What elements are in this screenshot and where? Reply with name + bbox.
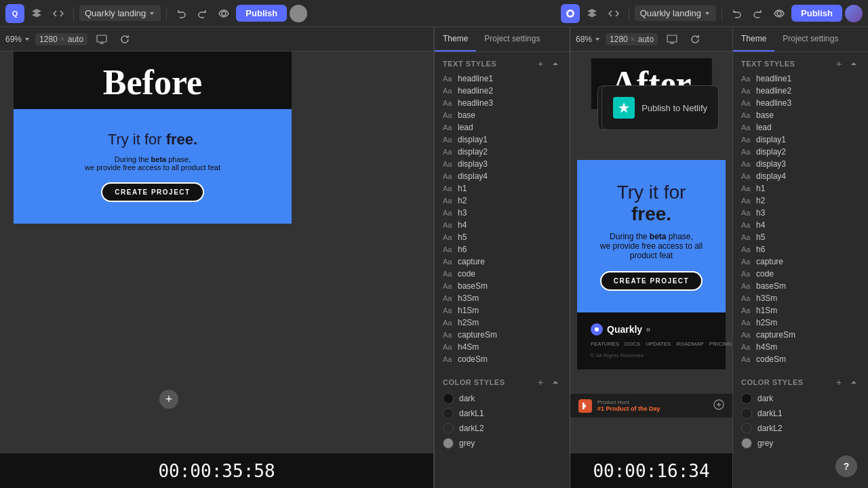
- style-h3-right[interactable]: Aah3: [733, 207, 868, 219]
- style-code-right[interactable]: Aacode: [733, 268, 868, 280]
- add-color-style-left[interactable]: +: [534, 376, 547, 388]
- style-h3Sm-left[interactable]: Aah3Sm: [435, 292, 570, 304]
- style-code-left[interactable]: Aacode: [435, 268, 570, 280]
- refresh-icon-right[interactable]: [686, 30, 704, 48]
- color-styles-title-left: COLOR STYLES: [443, 378, 505, 386]
- style-h1Sm-left[interactable]: Aah1Sm: [435, 304, 570, 317]
- device-icon-left[interactable]: [93, 30, 111, 48]
- refresh-icon-left[interactable]: [116, 30, 134, 48]
- after-cta-button[interactable]: CREATE PROJECT: [600, 271, 703, 291]
- color-darkL2-right[interactable]: darkL2: [733, 421, 868, 436]
- style-headline3-right[interactable]: Aaheadline3: [733, 97, 868, 109]
- add-text-style-left[interactable]: +: [534, 58, 547, 70]
- tab-settings-left[interactable]: Project settings: [476, 27, 548, 52]
- publish-button-right[interactable]: Publish: [791, 5, 842, 22]
- style-lead-right[interactable]: Aalead: [733, 121, 868, 134]
- color-grey-right[interactable]: grey: [733, 436, 868, 451]
- layers-icon[interactable]: [27, 4, 46, 23]
- style-h4Sm-left[interactable]: Aah4Sm: [435, 341, 570, 353]
- collapse-color-styles-right[interactable]: [848, 376, 860, 388]
- footer-nav: FEATURES DOCS UPDATES ROADMAP PRICING AG…: [591, 341, 712, 347]
- color-darkL1-left[interactable]: darkL1: [435, 406, 570, 421]
- collapse-text-styles-right[interactable]: [848, 58, 860, 70]
- style-headline2-left[interactable]: Aaheadline2: [435, 85, 570, 97]
- style-h2Sm-left[interactable]: Aah2Sm: [435, 317, 570, 329]
- style-base-left[interactable]: Aabase: [435, 109, 570, 121]
- color-dark-left[interactable]: dark: [435, 391, 570, 406]
- redo-button-right[interactable]: [748, 4, 767, 23]
- style-display2-right[interactable]: Aadisplay2: [733, 146, 868, 158]
- style-h5-right[interactable]: Aah5: [733, 231, 868, 243]
- logo-button-right[interactable]: [561, 4, 580, 23]
- style-h2-right[interactable]: Aah2: [733, 195, 868, 207]
- style-h1Sm-right[interactable]: Aah1Sm: [733, 304, 868, 317]
- help-button[interactable]: ?: [835, 455, 857, 477]
- footer-logo: Quarkly B: [591, 323, 712, 336]
- right-subtoolbar: 68% 1280 × auto: [570, 27, 732, 52]
- style-baseSm-left[interactable]: AabaseSm: [435, 280, 570, 292]
- style-headline3-left[interactable]: Aaheadline3: [435, 97, 570, 109]
- collapse-text-styles-left[interactable]: [549, 58, 561, 70]
- style-codeSm-right[interactable]: AacodeSm: [733, 353, 868, 365]
- style-h2Sm-right[interactable]: Aah2Sm: [733, 317, 868, 329]
- right-canvas-area: Commit to GitHub Publish to Netlify Try …: [570, 52, 732, 453]
- style-display4-right[interactable]: Aadisplay4: [733, 170, 868, 182]
- layers-icon-right[interactable]: [583, 4, 601, 23]
- publish-button-left[interactable]: Publish: [236, 5, 287, 22]
- before-cta-button[interactable]: CREATE PROJECT: [101, 182, 203, 202]
- logo-button[interactable]: Q: [5, 4, 24, 23]
- style-headline1-left[interactable]: Aaheadline1: [435, 73, 570, 85]
- style-h6-left[interactable]: Aah6: [435, 243, 570, 256]
- code-icon-right[interactable]: [604, 4, 623, 23]
- style-h6-right[interactable]: Aah6: [733, 243, 868, 256]
- style-captureSm-left[interactable]: AacaptureSm: [435, 329, 570, 341]
- preview-icon[interactable]: [214, 4, 233, 23]
- color-dark-right[interactable]: dark: [733, 391, 868, 406]
- style-base-right[interactable]: Aabase: [733, 109, 868, 121]
- preview-icon-right[interactable]: [770, 4, 789, 23]
- style-h3-left[interactable]: Aah3: [435, 207, 570, 219]
- style-display1-left[interactable]: Aadisplay1: [435, 134, 570, 146]
- undo-button-right[interactable]: [728, 4, 747, 23]
- color-darkL1-right[interactable]: darkL1: [733, 406, 868, 421]
- add-text-style-right[interactable]: +: [833, 58, 845, 70]
- collapse-color-styles-left[interactable]: [549, 376, 561, 388]
- style-h4-left[interactable]: Aah4: [435, 219, 570, 231]
- text-styles-title-left: TEXT STYLES: [443, 60, 496, 68]
- style-lead-left[interactable]: Aalead: [435, 121, 570, 134]
- add-color-style-right[interactable]: +: [833, 376, 845, 388]
- style-display4-left[interactable]: Aadisplay4: [435, 170, 570, 182]
- color-darkL2-left[interactable]: darkL2: [435, 421, 570, 436]
- style-h3Sm-right[interactable]: Aah3Sm: [733, 292, 868, 304]
- style-headline1-right[interactable]: Aaheadline1: [733, 73, 868, 85]
- style-display1-right[interactable]: Aadisplay1: [733, 134, 868, 146]
- tab-theme-left[interactable]: Theme: [435, 27, 476, 52]
- style-display3-right[interactable]: Aadisplay3: [733, 158, 868, 170]
- project-name-left[interactable]: Quarkly landing: [79, 5, 161, 21]
- device-icon-right[interactable]: [663, 30, 681, 48]
- style-capture-left[interactable]: Aacapture: [435, 256, 570, 268]
- project-name-right[interactable]: Quarkly landing: [635, 5, 716, 21]
- color-swatch-darkL1-left: [443, 408, 454, 419]
- code-icon[interactable]: [49, 4, 68, 23]
- style-codeSm-left[interactable]: AacodeSm: [435, 353, 570, 365]
- style-baseSm-right[interactable]: AabaseSm: [733, 280, 868, 292]
- color-grey-left[interactable]: grey: [435, 436, 570, 451]
- style-headline2-right[interactable]: Aaheadline2: [733, 85, 868, 97]
- style-display2-left[interactable]: Aadisplay2: [435, 146, 570, 158]
- style-h4-right[interactable]: Aah4: [733, 219, 868, 231]
- ph-add-btn[interactable]: [713, 399, 724, 413]
- style-display3-left[interactable]: Aadisplay3: [435, 158, 570, 170]
- style-h1-left[interactable]: Aah1: [435, 182, 570, 195]
- undo-button[interactable]: [172, 4, 191, 23]
- style-h4Sm-right[interactable]: Aah4Sm: [733, 341, 868, 353]
- add-section-button[interactable]: +: [159, 390, 178, 409]
- tab-theme-right[interactable]: Theme: [733, 27, 774, 52]
- style-capture-right[interactable]: Aacapture: [733, 256, 868, 268]
- style-h5-left[interactable]: Aah5: [435, 231, 570, 243]
- redo-button[interactable]: [193, 4, 212, 23]
- style-h2-left[interactable]: Aah2: [435, 195, 570, 207]
- tab-settings-right[interactable]: Project settings: [774, 27, 846, 52]
- style-captureSm-right[interactable]: AacaptureSm: [733, 329, 868, 341]
- style-h1-right[interactable]: Aah1: [733, 182, 868, 195]
